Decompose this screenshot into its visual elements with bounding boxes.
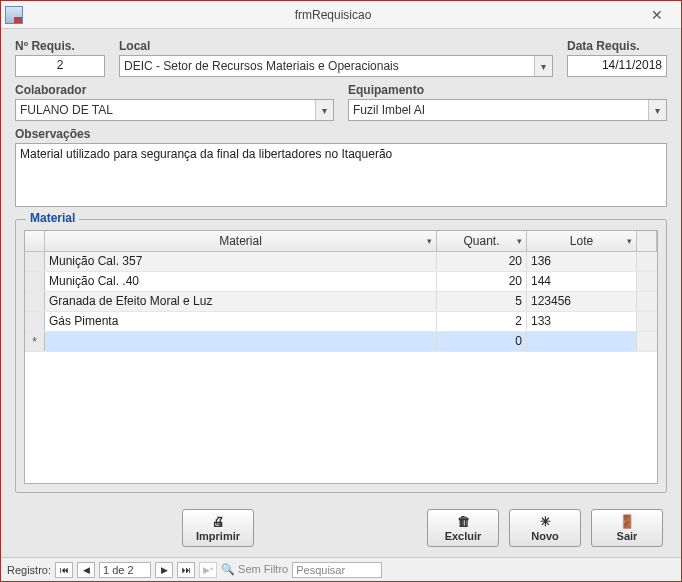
header-material[interactable]: Material ▾ [45, 231, 437, 251]
cell-material[interactable]: Granada de Efeito Moral e Luz [45, 292, 437, 311]
buttons-row: 🖨 Imprimir 🗑 Excluir ✳ Novo 🚪 Sair [15, 499, 667, 551]
exit-icon: 🚪 [619, 514, 635, 529]
cell-lote[interactable]: 123456 [527, 292, 637, 311]
field-n-requis: Nº Requis. 2 [15, 39, 105, 77]
form-icon [5, 6, 23, 24]
nav-nofilter: 🔍 Sem Filtro [221, 563, 288, 576]
nav-position-text: 1 de 2 [103, 564, 134, 576]
chevron-down-icon[interactable]: ▾ [627, 236, 632, 246]
excluir-label: Excluir [445, 530, 482, 542]
cell-material[interactable]: Gás Pimenta [45, 312, 437, 331]
cell-scroll-spacer [637, 312, 657, 331]
header-lote-label: Lote [570, 234, 593, 248]
table-row[interactable]: Munição Cal. 35720136 [25, 252, 657, 272]
close-button[interactable]: ✕ [637, 3, 677, 27]
cell-lote[interactable]: 136 [527, 252, 637, 271]
input-n-requis[interactable]: 2 [15, 55, 105, 77]
window-title: frmRequisicao [29, 8, 637, 22]
material-grid: Material ▾ Quant. ▾ Lote ▾ Munição Cal. … [24, 230, 658, 484]
row-mid: Colaborador FULANO DE TAL ▾ Equipamento … [15, 83, 667, 121]
row-selector[interactable]: * [25, 332, 45, 351]
cell-scroll-spacer [637, 272, 657, 291]
form-body: Nº Requis. 2 Local DEIC - Setor de Recur… [1, 29, 681, 557]
label-data-requis: Data Requis. [567, 39, 667, 53]
print-icon: 🖨 [212, 514, 225, 529]
table-row[interactable]: Munição Cal. .4020144 [25, 272, 657, 292]
table-row[interactable]: *0 [25, 332, 657, 352]
row-selector[interactable] [25, 272, 45, 291]
combo-colaborador-value: FULANO DE TAL [16, 100, 315, 120]
table-row[interactable]: Granada de Efeito Moral e Luz5123456 [25, 292, 657, 312]
chevron-down-icon[interactable]: ▾ [315, 100, 333, 120]
form-window: frmRequisicao ✕ Nº Requis. 2 Local DEIC … [0, 0, 682, 582]
close-icon: ✕ [651, 7, 663, 23]
titlebar: frmRequisicao ✕ [1, 1, 681, 29]
cell-quant[interactable]: 20 [437, 252, 527, 271]
group-material: Material Material ▾ Quant. ▾ Lote ▾ [15, 219, 667, 493]
chevron-down-icon[interactable]: ▾ [517, 236, 522, 246]
header-material-label: Material [219, 234, 262, 248]
cell-lote[interactable]: 133 [527, 312, 637, 331]
buttons-spacer: 🖨 Imprimir [19, 509, 417, 547]
chevron-down-icon[interactable]: ▾ [648, 100, 666, 120]
excluir-button[interactable]: 🗑 Excluir [427, 509, 499, 547]
cell-quant[interactable]: 2 [437, 312, 527, 331]
delete-icon: 🗑 [457, 514, 470, 529]
field-observacoes: Observações [15, 127, 667, 207]
header-quant-label: Quant. [463, 234, 499, 248]
cell-quant[interactable]: 20 [437, 272, 527, 291]
combo-equipamento[interactable]: Fuzil Imbel AI ▾ [348, 99, 667, 121]
nav-first-button[interactable]: ⏮ [55, 562, 73, 578]
field-local: Local DEIC - Setor de Recursos Materiais… [119, 39, 553, 77]
input-data-requis[interactable]: 14/11/2018 [567, 55, 667, 77]
nav-new-button[interactable]: ▶* [199, 562, 217, 578]
field-colaborador: Colaborador FULANO DE TAL ▾ [15, 83, 334, 121]
group-material-legend: Material [26, 211, 79, 225]
field-data-requis: Data Requis. 14/11/2018 [567, 39, 667, 77]
imprimir-label: Imprimir [196, 530, 240, 542]
label-observacoes: Observações [15, 127, 667, 141]
label-local: Local [119, 39, 553, 53]
row-selector[interactable] [25, 312, 45, 331]
grid-body: Munição Cal. 35720136Munição Cal. .40201… [25, 252, 657, 483]
header-lote[interactable]: Lote ▾ [527, 231, 637, 251]
nav-last-button[interactable]: ⏭ [177, 562, 195, 578]
nav-prev-button[interactable]: ◀ [77, 562, 95, 578]
nav-position[interactable]: 1 de 2 [99, 562, 151, 578]
combo-colaborador[interactable]: FULANO DE TAL ▾ [15, 99, 334, 121]
cell-lote[interactable] [527, 332, 637, 351]
label-n-requis: Nº Requis. [15, 39, 105, 53]
combo-equipamento-value: Fuzil Imbel AI [349, 100, 648, 120]
label-equipamento: Equipamento [348, 83, 667, 97]
cell-lote[interactable]: 144 [527, 272, 637, 291]
combo-local[interactable]: DEIC - Setor de Recursos Materiais e Ope… [119, 55, 553, 77]
header-quant[interactable]: Quant. ▾ [437, 231, 527, 251]
label-colaborador: Colaborador [15, 83, 334, 97]
chevron-down-icon[interactable]: ▾ [427, 236, 432, 246]
sair-label: Sair [617, 530, 638, 542]
cell-quant[interactable]: 0 [437, 332, 527, 351]
row-top: Nº Requis. 2 Local DEIC - Setor de Recur… [15, 39, 667, 77]
new-icon: ✳ [540, 514, 551, 529]
cell-material[interactable] [45, 332, 437, 351]
cell-material[interactable]: Munição Cal. 357 [45, 252, 437, 271]
field-equipamento: Equipamento Fuzil Imbel AI ▾ [348, 83, 667, 121]
grid-header: Material ▾ Quant. ▾ Lote ▾ [25, 231, 657, 252]
sair-button[interactable]: 🚪 Sair [591, 509, 663, 547]
recnav-label: Registro: [7, 564, 51, 576]
textarea-observacoes[interactable] [15, 143, 667, 207]
header-selector[interactable] [25, 231, 45, 251]
nav-next-button[interactable]: ▶ [155, 562, 173, 578]
novo-label: Novo [531, 530, 559, 542]
table-row[interactable]: Gás Pimenta2133 [25, 312, 657, 332]
nav-search-input[interactable]: Pesquisar [292, 562, 382, 578]
chevron-down-icon[interactable]: ▾ [534, 56, 552, 76]
header-scroll-spacer [637, 231, 657, 251]
imprimir-button[interactable]: 🖨 Imprimir [182, 509, 254, 547]
cell-scroll-spacer [637, 332, 657, 351]
cell-material[interactable]: Munição Cal. .40 [45, 272, 437, 291]
row-selector[interactable] [25, 252, 45, 271]
cell-quant[interactable]: 5 [437, 292, 527, 311]
novo-button[interactable]: ✳ Novo [509, 509, 581, 547]
row-selector[interactable] [25, 292, 45, 311]
